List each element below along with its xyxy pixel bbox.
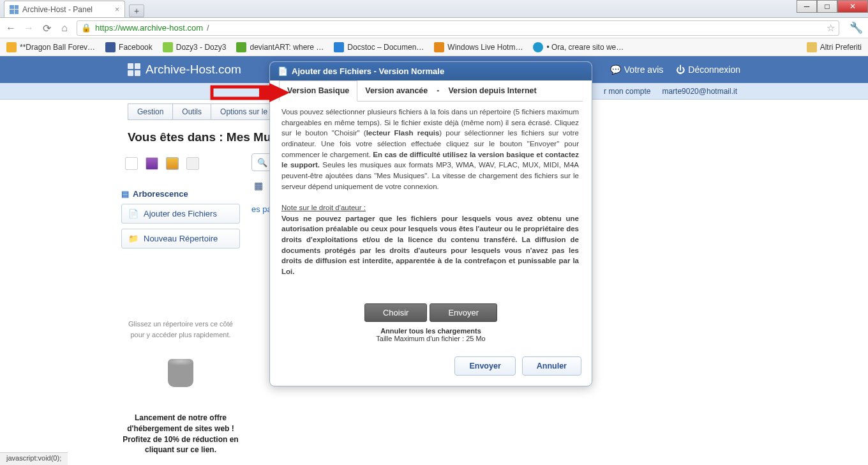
forward-button[interactable]: → [23,22,34,34]
bookmark-bar: **Dragon Ball Forev… Facebook Dozy3 - Do… [0,38,868,56]
drop-hint-text: Glissez un répertoire vers ce côté pour … [121,319,240,340]
bookmark-item[interactable]: • Ora, creare sito we… [533,42,624,52]
menu-tab-outils[interactable]: Outils [173,103,211,120]
address-bar[interactable]: 🔒 https://www.archive-host.com/ ☆ [77,20,839,36]
bookmark-item[interactable]: Windows Live Hotm… [434,42,523,52]
new-tab-button[interactable]: + [129,4,144,17]
send-button[interactable]: Envoyer [454,356,515,376]
promo-text: Lancement de notre offre d'hébergement d… [121,413,240,455]
favicon-icon [10,5,19,14]
chat-icon: 💬 [610,65,621,75]
modal-scroll-text[interactable]: Vous pouvez sélectionner plusieurs fichi… [279,102,583,300]
new-folder-button[interactable]: 📁 Nouveau Répertoire [121,229,240,248]
my-account-link[interactable]: r mon compte [604,87,650,96]
bookmark-item[interactable]: Docstoc – Documen… [334,42,424,52]
other-bookmarks-button[interactable]: Altri Preferiti [807,42,862,52]
tab-close-icon[interactable]: × [115,5,119,14]
browser-tab-strip: Archive-Host - Panel × + [0,0,868,18]
status-bar: javascript:void(0); [0,452,68,465]
bookmark-item[interactable]: deviantART: where … [236,42,324,52]
bookmark-item[interactable]: Facebook [105,42,153,52]
copyright-note-text: Vous ne pouvez partager que les fichiers… [281,213,579,277]
power-icon: ⏻ [676,65,685,75]
cancel-all-label[interactable]: Annuler tous les chargements [279,327,583,335]
lock-icon: 🔒 [81,23,91,33]
trash-icon[interactable] [168,359,193,387]
copyright-note-label: Note sur le droit d'auteur : [281,204,366,211]
send-inner-button[interactable]: Envoyer [430,303,497,322]
logo-icon [128,63,140,76]
folder-icon: 📁 [128,234,138,243]
window-maximize-button[interactable]: □ [817,0,837,13]
browser-nav-bar: ← → ⟳ ⌂ 🔒 https://www.archive-host.com/ … [0,18,868,38]
version-tab-advanced[interactable]: Version avancée [357,81,435,100]
url-scheme: https:// [95,23,120,33]
back-button[interactable]: ← [5,22,17,34]
filter-all-icon[interactable] [125,157,138,170]
add-files-modal: 📄 Ajouter des Fichiers - Version Normale… [269,61,592,386]
choose-button[interactable]: Choisir [364,303,427,322]
home-button[interactable]: ⌂ [59,22,70,34]
reload-button[interactable]: ⟳ [41,22,52,34]
search-icon: 🔍 [257,158,267,167]
url-path: / [207,23,209,33]
brand-name: Archive-Host.com [146,63,241,77]
tab-title: Archive-Host - Panel [22,5,93,14]
menu-tab-gestion[interactable]: Gestion [128,103,173,120]
plus-file-icon: 📄 [128,209,138,218]
sidebar: ▤ Arborescence 📄 Ajouter des Fichiers 📁 … [121,153,240,455]
file-add-icon: 📄 [278,66,288,76]
feedback-link[interactable]: 💬Votre avis [610,65,663,75]
add-files-button[interactable]: 📄 Ajouter des Fichiers [121,204,240,224]
max-size-label: Taille Maximum d'un fichier : 25 Mo [279,335,583,342]
modal-title-bar: 📄 Ajouter des Fichiers - Version Normale [270,62,592,80]
filter-other-icon[interactable] [186,157,199,170]
logout-link[interactable]: ⏻Déconnexion [676,65,740,75]
view-grid-icon[interactable]: ▦ [254,180,263,192]
version-tabs: Version Basique Version avancée - Versio… [279,80,583,102]
tree-heading: ▤ Arborescence [121,189,240,199]
browser-tab[interactable]: Archive-Host - Panel × [4,1,125,17]
window-close-button[interactable]: ✕ [837,0,868,13]
bookmark-star-icon[interactable]: ☆ [827,22,835,34]
url-host: www.archive-host.com [120,23,203,33]
bookmark-item[interactable]: Dozy3 - Dozy3 [163,42,227,52]
wrench-menu-icon[interactable]: 🔧 [849,21,863,34]
window-minimize-button[interactable]: ─ [797,0,817,13]
filter-music-icon[interactable] [166,157,179,170]
modal-title: Ajouter des Fichiers - Version Normale [292,66,444,76]
filter-videos-icon[interactable] [146,157,158,170]
bookmark-item[interactable]: **Dragon Ball Forev… [6,42,95,52]
version-tab-internet[interactable]: Version depuis Internet [440,81,544,100]
user-email: marte9020@hotmail.it [662,87,737,96]
tree-icon: ▤ [121,189,129,199]
annotation-arrow-icon [209,80,292,107]
cancel-button[interactable]: Annuler [522,356,581,376]
